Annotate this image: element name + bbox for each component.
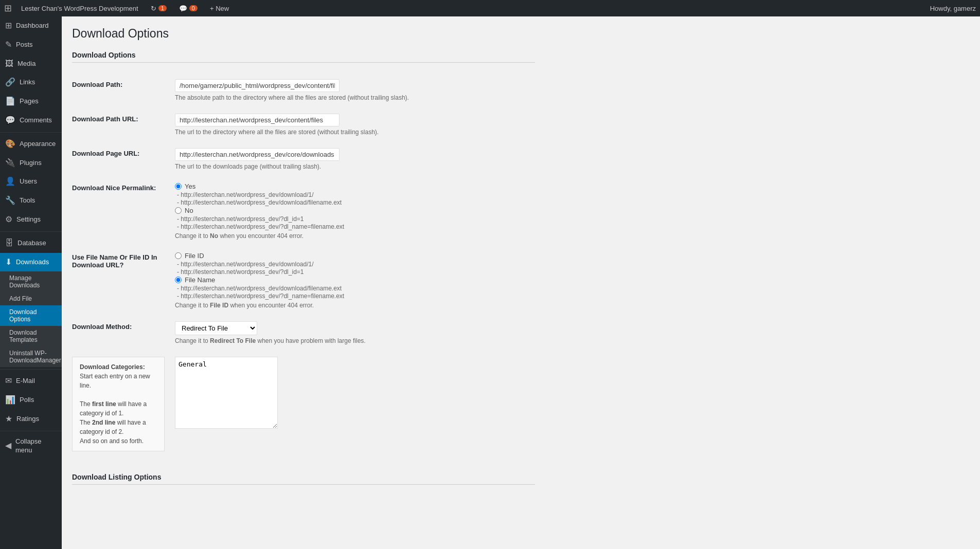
- sidebar-item-email[interactable]: ✉ E-Mail: [0, 372, 62, 391]
- download-page-url-label: Download Page URL:: [72, 142, 175, 176]
- sidebar-item-label: Media: [17, 60, 35, 68]
- file-id-link1: - http://lesterchan.net/wordpress_dev/do…: [175, 261, 535, 268]
- submenu-download-options[interactable]: Download Options: [0, 305, 62, 326]
- nice-permalink-no-link1: - http://lesterchan.net/wordpress_dev/?d…: [175, 215, 535, 223]
- categories-textarea[interactable]: General: [175, 357, 278, 429]
- updates-item[interactable]: ↻ 1: [148, 0, 170, 16]
- download-path-url-input[interactable]: [175, 114, 340, 126]
- tools-icon: 🔧: [5, 195, 15, 206]
- submenu-add-file[interactable]: Add File: [0, 292, 62, 305]
- sidebar-item-plugins[interactable]: 🔌 Plugins: [0, 154, 62, 173]
- nice-permalink-no-link2: - http://lesterchan.net/wordpress_dev/?d…: [175, 223, 535, 230]
- sidebar-item-label: Downloads: [16, 258, 49, 267]
- file-id-option: File ID: [175, 252, 535, 260]
- use-filename-label: Use File Name Or File ID In Download URL…: [72, 246, 175, 315]
- sidebar-item-polls[interactable]: 📊 Polls: [0, 391, 62, 410]
- download-page-url-cell: The url to the downloads page (without t…: [175, 142, 535, 176]
- categories-desc4: And so on and so forth.: [80, 437, 144, 445]
- dashboard-icon: ⊞: [5, 21, 12, 31]
- settings-icon: ⚙: [5, 214, 12, 225]
- sidebar-item-ratings[interactable]: ★ Ratings: [0, 410, 62, 429]
- comments-icon: 💬: [179, 5, 187, 12]
- nice-permalink-no-label: No: [185, 207, 193, 214]
- menu-separator: [0, 132, 62, 133]
- file-name-radio[interactable]: [175, 277, 182, 283]
- submenu-manage-downloads[interactable]: Manage Downloads: [0, 271, 62, 292]
- updates-icon: ↻: [151, 5, 156, 12]
- file-id-label: File ID: [185, 252, 204, 260]
- nice-permalink-no-option: No: [175, 207, 535, 214]
- use-filename-row: Use File Name Or File ID In Download URL…: [72, 246, 535, 315]
- sidebar-item-label: Comments: [20, 116, 52, 125]
- sidebar-item-comments[interactable]: 💬 Comments: [0, 111, 62, 130]
- download-path-url-cell: The url to the directory where all the f…: [175, 107, 535, 142]
- sidebar-item-label: Database: [17, 239, 46, 248]
- nice-permalink-no-radio[interactable]: [175, 207, 182, 214]
- collapse-menu-button[interactable]: ◀ Collapse menu: [0, 433, 62, 459]
- site-name[interactable]: Lester Chan's WordPress Development: [18, 0, 141, 16]
- page-title: Download Options: [72, 27, 535, 41]
- download-path-input[interactable]: [175, 79, 340, 92]
- use-filename-cell: File ID - http://lesterchan.net/wordpres…: [175, 246, 535, 315]
- polls-icon: 📊: [5, 395, 15, 406]
- download-path-desc: The absolute path to the directory where…: [175, 94, 535, 101]
- sidebar-item-label: Posts: [16, 41, 33, 49]
- download-path-url-desc: The url to the directory where all the f…: [175, 129, 535, 136]
- sidebar-item-downloads[interactable]: ⬇ Downloads: [0, 253, 62, 272]
- categories-desc3: The 2nd line will have a category id of …: [80, 419, 146, 435]
- sidebar-item-label: Collapse menu: [15, 437, 57, 455]
- admin-bar: ⊞ Lester Chan's WordPress Development ↻ …: [0, 0, 980, 16]
- comments-item[interactable]: 💬 0: [176, 0, 201, 16]
- categories-desc2: The first line will have a category id o…: [80, 400, 147, 417]
- sidebar-item-appearance[interactable]: 🎨 Appearance: [0, 135, 62, 154]
- categories-title: Download Categories:: [80, 363, 145, 371]
- file-id-link2: - http://lesterchan.net/wordpress_dev/?d…: [175, 268, 535, 276]
- sidebar-item-label: Users: [20, 177, 37, 186]
- sidebar-item-links[interactable]: 🔗 Links: [0, 73, 62, 92]
- file-name-label: File Name: [185, 276, 215, 284]
- options-table: Download Path: The absolute path to the …: [72, 73, 535, 458]
- sidebar-item-tools[interactable]: 🔧 Tools: [0, 191, 62, 210]
- download-page-url-input[interactable]: [175, 148, 340, 161]
- nice-permalink-row: Download Nice Permalink: Yes - http://le…: [72, 176, 535, 246]
- sidebar-item-media[interactable]: 🖼 Media: [0, 54, 62, 74]
- nice-permalink-yes-link1: - http://lesterchan.net/wordpress_dev/do…: [175, 191, 535, 198]
- download-path-url-row: Download Path URL: The url to the direct…: [72, 107, 535, 142]
- new-content-button[interactable]: + New: [207, 0, 232, 16]
- download-listing-title: Download Listing Options: [72, 473, 535, 485]
- sidebar-item-label: Links: [20, 78, 35, 87]
- section-title: Download Options: [72, 51, 535, 63]
- links-icon: 🔗: [5, 77, 15, 88]
- submenu-uninstall[interactable]: Uninstall WP-DownloadManager: [0, 346, 62, 367]
- nice-permalink-label: Download Nice Permalink:: [72, 176, 175, 246]
- nice-permalink-yes-link2: - http://lesterchan.net/wordpress_dev/do…: [175, 199, 535, 206]
- wp-logo-icon: ⊞: [4, 3, 12, 14]
- download-page-url-row: Download Page URL: The url to the downlo…: [72, 142, 535, 176]
- comments-icon: 💬: [5, 115, 15, 126]
- download-method-select[interactable]: Redirect To File Force Download Direct L…: [175, 321, 257, 335]
- nice-permalink-yes-radio[interactable]: [175, 183, 182, 190]
- downloads-icon: ⬇: [5, 257, 12, 268]
- sidebar-item-settings[interactable]: ⚙ Settings: [0, 210, 62, 229]
- sidebar-item-posts[interactable]: ✎ Posts: [0, 35, 62, 54]
- sidebar-item-database[interactable]: 🗄 Database: [0, 234, 62, 253]
- sidebar-item-users[interactable]: 👤 Users: [0, 172, 62, 191]
- appearance-icon: 🎨: [5, 139, 15, 150]
- download-method-label: Download Method:: [72, 315, 175, 351]
- file-id-radio[interactable]: [175, 252, 182, 259]
- menu-separator-2: [0, 231, 62, 232]
- nice-permalink-cell: Yes - http://lesterchan.net/wordpress_de…: [175, 176, 535, 246]
- database-icon: 🗄: [5, 238, 13, 249]
- download-categories-row: Download Categories: Start each entry on…: [72, 351, 535, 458]
- posts-icon: ✎: [5, 40, 12, 50]
- page-wrap: Download Options Download Options Downlo…: [72, 27, 535, 485]
- categories-desc1: Start each entry on a new line.: [80, 373, 150, 389]
- plugins-icon: 🔌: [5, 158, 15, 169]
- howdy-label: Howdy, gamerz: [930, 5, 976, 12]
- submenu-download-templates[interactable]: Download Templates: [0, 326, 62, 346]
- comments-count: 0: [189, 5, 198, 11]
- content-area: Download Options Download Options Downlo…: [62, 16, 980, 549]
- sidebar-item-dashboard[interactable]: ⊞ Dashboard: [0, 16, 62, 35]
- sidebar-item-label: Plugins: [20, 159, 42, 168]
- sidebar-item-pages[interactable]: 📄 Pages: [0, 92, 62, 111]
